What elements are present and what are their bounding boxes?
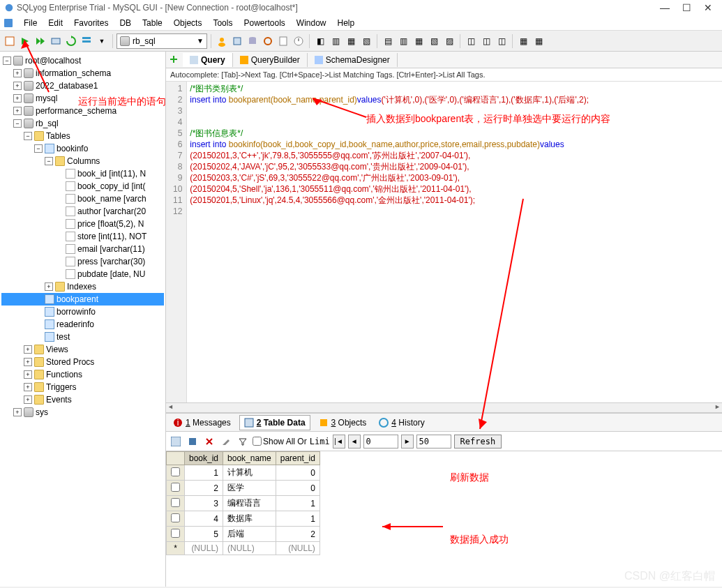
tree-node-columns[interactable]: −Columns: [1, 155, 164, 167]
tree-node-press-varchar-30-[interactable]: press [varchar(30): [1, 255, 164, 268]
tool-grp2-icon[interactable]: ▥: [396, 34, 410, 48]
tool-grp10-icon[interactable]: ▦: [532, 34, 546, 48]
nav-prev-icon[interactable]: ◄: [348, 435, 361, 448]
grid-add-icon[interactable]: [169, 435, 183, 448]
execute-query-icon[interactable]: [18, 34, 32, 48]
menu-window[interactable]: Window: [291, 17, 332, 29]
tool-grp6-icon[interactable]: ◫: [464, 34, 478, 48]
tree-toggle-icon[interactable]: −: [45, 157, 53, 165]
tool-grp9-icon[interactable]: ▦: [516, 34, 530, 48]
tab-schemadesigner[interactable]: SchemaDesigner: [308, 53, 398, 67]
tree-node-rb-sql[interactable]: −rb_sql: [1, 117, 164, 130]
menu-help[interactable]: Help: [332, 17, 361, 29]
tree-toggle-icon[interactable]: +: [13, 107, 22, 115]
execute-explain-icon[interactable]: [49, 34, 63, 48]
tree-node-pubdate-date-nu[interactable]: pubdate [date, NU: [1, 268, 164, 280]
tree-node-stored-procs[interactable]: +Stored Procs: [1, 356, 164, 368]
format-icon[interactable]: [80, 34, 93, 48]
table-row[interactable]: 2医学0: [167, 481, 320, 496]
tree-node-indexes[interactable]: +Indexes: [1, 280, 164, 293]
grid-delete-icon[interactable]: [202, 435, 216, 448]
object-browser-tree[interactable]: −root@localhost +information_schema+2022…: [0, 52, 166, 587]
tree-node-2022-database1[interactable]: +2022_database1: [1, 80, 164, 92]
rtab-objects[interactable]: 3 Objects: [315, 416, 371, 430]
new-connection-icon[interactable]: [3, 34, 17, 48]
limit-from-input[interactable]: [363, 435, 398, 448]
tree-node-information-schema[interactable]: +information_schema: [1, 67, 164, 80]
grid-filter-icon[interactable]: [236, 435, 250, 448]
tree-node-store-int-11-not[interactable]: store [int(11), NOT: [1, 230, 164, 243]
tool-users-icon[interactable]: [215, 34, 229, 48]
tree-node-author-varchar-20[interactable]: author [varchar(20: [1, 205, 164, 218]
editor-code[interactable]: /*图书类别表*/insert into bookparent(book_nam…: [187, 82, 592, 402]
tool-grp3-icon[interactable]: ▦: [412, 34, 426, 48]
row-checkbox[interactable]: [171, 513, 180, 522]
tool-misc1-icon[interactable]: ◧: [313, 34, 327, 48]
tab-query[interactable]: Query: [183, 53, 233, 67]
tree-toggle-icon[interactable]: −: [13, 119, 22, 128]
table-row[interactable]: 3编程语言1: [167, 496, 320, 511]
menu-powertools[interactable]: Powertools: [238, 17, 290, 29]
tree-toggle-icon[interactable]: +: [13, 82, 22, 90]
tool-grp5-icon[interactable]: ▨: [442, 34, 456, 48]
tab-querybuilder[interactable]: QueryBuilder: [233, 53, 308, 67]
tree-node-book-copy-id-int-[interactable]: book_copy_id [int(: [1, 180, 164, 193]
tool-sync-icon[interactable]: [261, 34, 275, 48]
tree-toggle-icon[interactable]: +: [13, 69, 22, 77]
database-selector[interactable]: rb_sql ▼: [116, 33, 207, 49]
rtab-history[interactable]: 4 History: [375, 416, 428, 430]
tree-node-functions[interactable]: +Functions: [1, 368, 164, 381]
maximize-button[interactable]: ☐: [682, 2, 691, 13]
tree-node-readerinfo[interactable]: readerinfo: [1, 318, 164, 331]
row-checkbox[interactable]: [171, 483, 180, 492]
table-row-new[interactable]: *(NULL)(NULL)(NULL): [167, 542, 320, 555]
tree-root[interactable]: −root@localhost: [1, 54, 164, 67]
tree-node-views[interactable]: +Views: [1, 343, 164, 356]
new-tab-icon[interactable]: [169, 54, 180, 66]
tool-misc2-icon[interactable]: ▥: [329, 34, 343, 48]
tool-grp7-icon[interactable]: ◫: [479, 34, 493, 48]
close-button[interactable]: ✕: [704, 2, 712, 13]
tree-toggle-icon[interactable]: +: [24, 345, 32, 354]
table-row[interactable]: 4数据库1: [167, 511, 320, 527]
menu-edit[interactable]: Edit: [43, 17, 68, 29]
tool-grp4-icon[interactable]: ▧: [427, 34, 441, 48]
menu-db[interactable]: DB: [114, 17, 137, 29]
grid-edit-icon[interactable]: [219, 435, 233, 448]
grid-save-icon[interactable]: [186, 435, 200, 448]
refresh-icon[interactable]: [64, 34, 78, 48]
tree-toggle-icon[interactable]: +: [24, 395, 32, 404]
tree-toggle-icon[interactable]: +: [24, 370, 32, 379]
tree-node-email-varchar-11-[interactable]: email [varchar(11): [1, 243, 164, 255]
tree-node-events[interactable]: +Events: [1, 393, 164, 406]
tool-misc4-icon[interactable]: ▧: [359, 34, 373, 48]
tool-script-icon[interactable]: [276, 34, 290, 48]
tool-grp1-icon[interactable]: ▤: [381, 34, 395, 48]
editor-horizontal-scrollbar[interactable]: [166, 402, 722, 412]
toolbar-chevron-icon[interactable]: ▼: [95, 34, 109, 48]
tool-backup-icon[interactable]: [246, 34, 260, 48]
menu-file[interactable]: File: [18, 17, 43, 29]
rtab-tabledata[interactable]: 2 Table Data: [239, 415, 310, 430]
tree-toggle-icon[interactable]: +: [24, 383, 32, 391]
rtab-messages[interactable]: i1 Messages: [169, 416, 235, 430]
tree-node-bookparent[interactable]: bookparent: [1, 293, 164, 306]
tree-toggle-icon[interactable]: +: [13, 94, 22, 103]
tool-schedule-icon[interactable]: [292, 34, 306, 48]
tree-node-triggers[interactable]: +Triggers: [1, 381, 164, 393]
tree-node-book-id-int-11-n[interactable]: book_id [int(11), N: [1, 167, 164, 180]
execute-all-icon[interactable]: [33, 34, 47, 48]
tree-node-book-name-varch[interactable]: book_name [varch: [1, 193, 164, 205]
sql-editor[interactable]: 123456789101112 /*图书类别表*/insert into boo…: [166, 82, 722, 402]
tree-node-price-float-5-2-n[interactable]: price [float(5,2), N: [1, 218, 164, 230]
tree-node-mysql[interactable]: +mysql: [1, 92, 164, 105]
menu-tools[interactable]: Tools: [207, 17, 238, 29]
tree-node-borrowinfo[interactable]: borrowinfo: [1, 306, 164, 318]
tool-export-icon[interactable]: [230, 34, 244, 48]
table-row[interactable]: 5后端2: [167, 527, 320, 542]
tree-node-sys[interactable]: +sys: [1, 406, 164, 419]
result-grid[interactable]: book_idbook_nameparent_id1计算机02医学03编程语言1…: [166, 451, 722, 587]
tree-node-test[interactable]: test: [1, 331, 164, 343]
tree-node-tables[interactable]: −Tables: [1, 130, 164, 142]
tree-toggle-icon[interactable]: −: [24, 132, 32, 140]
